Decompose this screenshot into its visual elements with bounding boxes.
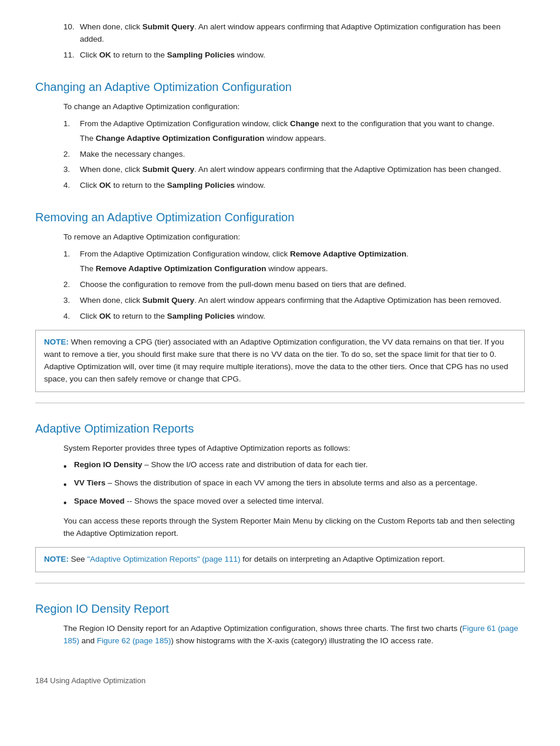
changing-intro: To change an Adaptive Optimization confi… — [63, 101, 525, 113]
sampling-policies-bold: Sampling Policies — [167, 50, 235, 59]
reports-note-box: NOTE: See "Adaptive Optimization Reports… — [35, 547, 525, 572]
bullet-vv-tiers: • VV Tiers – Shows the distribution of s… — [63, 477, 525, 492]
removing-step-1: 1. From the Adaptive Optimization Config… — [63, 248, 525, 275]
bullet-region-io: • Region IO Density – Show the I/O acces… — [63, 459, 525, 474]
reports-note-label: NOTE: — [44, 555, 69, 563]
removing-step-4: 4. Click OK to return to the Sampling Po… — [63, 310, 525, 323]
submit-query-bold-2: Submit Query — [143, 165, 195, 174]
change-ao-config-bold: Change Adaptive Optimization Configurati… — [96, 134, 265, 143]
changing-steps-list: 1. From the Adaptive Optimization Config… — [63, 118, 525, 193]
removing-note-label: NOTE: — [44, 337, 69, 346]
reports-outro: You can access these reports through the… — [63, 515, 525, 540]
footer-text: 184 Using Adaptive Optimization — [35, 676, 146, 685]
changing-step-3: 3. When done, click Submit Query. An ale… — [63, 164, 525, 176]
bullet-vv-tiers-text: VV Tiers – Shows the distribution of spa… — [74, 477, 477, 490]
step-10: 10. When done, click Submit Query. An al… — [63, 21, 525, 46]
figure-62-link[interactable]: Figure 62 (page 185) — [97, 636, 171, 645]
removing-note-box: NOTE: When removing a CPG (tier) associa… — [35, 330, 525, 392]
bullet-region-io-text: Region IO Density – Show the I/O access … — [74, 459, 368, 471]
reports-note-link[interactable]: "Adaptive Optimization Reports" (page 11… — [87, 555, 241, 563]
removing-step-3: 3. When done, click Submit Query. An ale… — [63, 295, 525, 307]
region-io-para: The Region IO Density report for an Adap… — [63, 623, 525, 647]
step-11: 11. Click OK to return to the Sampling P… — [63, 49, 525, 62]
remove-ao-bold: Remove Adaptive Optimization — [290, 249, 406, 258]
reports-bullet-list: • Region IO Density – Show the I/O acces… — [63, 459, 525, 510]
bullet-space-moved: • Space Moved -- Shows the space moved o… — [63, 495, 525, 511]
page-footer: 184 Using Adaptive Optimization — [35, 675, 525, 687]
removing-note-text: When removing a CPG (tier) associated wi… — [44, 337, 508, 383]
submit-query-bold: Submit Query — [143, 22, 195, 31]
reports-note-text: See — [71, 555, 87, 563]
sampling-policies-bold-3: Sampling Policies — [167, 312, 235, 320]
section-heading-removing: Removing an Adaptive Optimization Config… — [35, 208, 525, 227]
changing-step-1: 1. From the Adaptive Optimization Config… — [63, 118, 525, 145]
ok-bold: OK — [99, 50, 111, 59]
ok-bold-2: OK — [99, 181, 111, 190]
changing-step-4: 4. Click OK to return to the Sampling Po… — [63, 180, 525, 192]
changing-step-2: 2. Make the necessary changes. — [63, 148, 525, 161]
region-io-bold: Region IO Density — [74, 460, 142, 469]
sampling-policies-bold-2: Sampling Policies — [167, 181, 235, 190]
section-heading-region-io: Region IO Density Report — [35, 600, 525, 618]
reports-note-end: for details on interpreting an Adaptive … — [241, 555, 445, 563]
removing-intro: To remove an Adaptive Optimization confi… — [63, 231, 525, 244]
divider-1 — [35, 403, 525, 403]
divider-2 — [35, 583, 525, 583]
removing-step-2: 2. Choose the configuration to remove fr… — [63, 279, 525, 291]
remove-ao-config-bold: Remove Adaptive Optimization Configurati… — [96, 264, 266, 273]
section-heading-changing: Changing an Adaptive Optimization Config… — [35, 78, 525, 96]
section-heading-reports: Adaptive Optimization Reports — [35, 420, 525, 438]
ok-bold-3: OK — [99, 312, 111, 320]
bullet-space-moved-text: Space Moved -- Shows the space moved ove… — [74, 495, 323, 508]
space-moved-bold: Space Moved — [74, 497, 124, 505]
reports-intro: System Reporter provides three types of … — [63, 443, 525, 455]
vv-tiers-bold: VV Tiers — [74, 478, 106, 487]
submit-query-bold-3: Submit Query — [143, 296, 195, 305]
change-bold: Change — [290, 119, 319, 128]
removing-steps-list: 1. From the Adaptive Optimization Config… — [63, 248, 525, 323]
intro-steps: 10. When done, click Submit Query. An al… — [35, 21, 525, 62]
